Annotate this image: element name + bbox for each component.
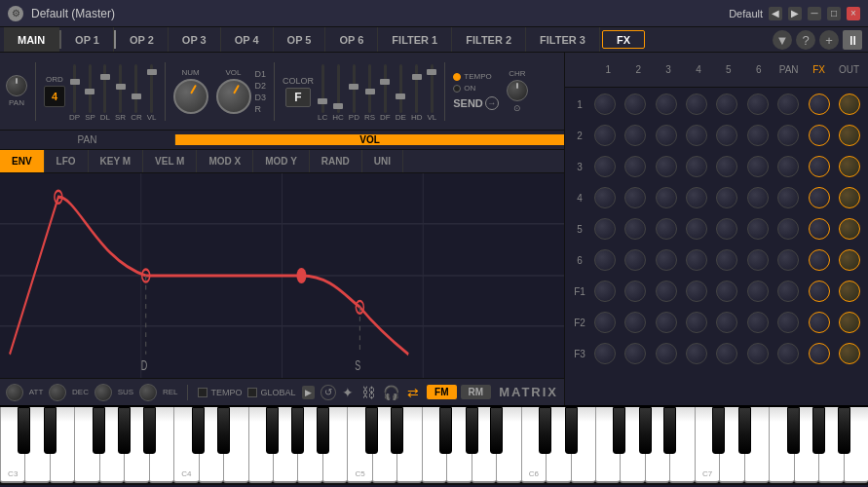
knob-6-4[interactable] [686, 249, 707, 271]
knob-4-3[interactable] [656, 187, 677, 208]
knob-f3-1[interactable] [594, 343, 616, 364]
mod-tab-mody[interactable]: MOD Y [253, 150, 310, 172]
knob-f3-5[interactable] [716, 343, 737, 364]
knob-5-3[interactable] [656, 218, 677, 240]
pause-btn[interactable]: ⏸ [843, 30, 862, 50]
knob-f2-2[interactable] [624, 312, 646, 333]
hd-slider[interactable] [415, 64, 418, 113]
knob-6-5[interactable] [716, 249, 737, 271]
fm-btn[interactable]: FM [427, 385, 456, 399]
key-ds7[interactable] [738, 407, 751, 454]
knob-6-pan[interactable] [777, 249, 799, 271]
knob-3-4[interactable] [686, 156, 707, 177]
mod-tab-env[interactable]: ENV [0, 150, 45, 172]
next-btn[interactable]: ▶ [788, 7, 802, 20]
key-cs4[interactable] [192, 407, 205, 454]
knob-4-out[interactable] [839, 187, 860, 208]
vol-knob[interactable] [216, 79, 251, 114]
mod-tab-uni[interactable]: UNI [362, 150, 403, 172]
sus-knob[interactable] [94, 384, 112, 401]
pd-slider[interactable] [353, 64, 356, 113]
dropdown-icon[interactable]: ▼ [773, 30, 792, 50]
key-gs4[interactable] [291, 407, 304, 454]
knob-6-fx[interactable] [809, 249, 830, 271]
vl2-slider[interactable] [431, 64, 434, 113]
tab-op6[interactable]: OP 6 [325, 27, 378, 52]
key-ds5[interactable] [391, 407, 403, 454]
key-ds4[interactable] [217, 407, 230, 454]
key-cs5[interactable] [365, 407, 378, 454]
knob-3-pan[interactable] [777, 156, 799, 177]
tempo-checkbox[interactable]: TEMPO [198, 388, 242, 397]
knob-f3-4[interactable] [686, 343, 707, 364]
tab-filter2[interactable]: FILTER 2 [452, 27, 526, 52]
knob-5-1[interactable] [594, 218, 616, 240]
knob-3-1[interactable] [594, 156, 616, 177]
knob-5-out[interactable] [839, 218, 860, 240]
key-gs6[interactable] [639, 407, 652, 454]
knob-1-2[interactable] [624, 94, 646, 115]
knob-f2-6[interactable] [747, 312, 769, 333]
knob-f3-pan[interactable] [777, 343, 799, 364]
dp-slider[interactable] [73, 64, 76, 113]
knob-3-fx[interactable] [809, 156, 830, 177]
knob-4-pan[interactable] [777, 187, 799, 208]
settings-icon[interactable]: + [819, 30, 839, 50]
rs-slider[interactable] [368, 64, 371, 113]
tempo-radio[interactable]: TEMPO [453, 72, 499, 81]
knob-3-2[interactable] [624, 156, 646, 177]
swap-icon[interactable]: ⇄ [407, 385, 419, 400]
dec-knob[interactable] [49, 384, 66, 401]
knob-f1-2[interactable] [624, 281, 646, 302]
chr-knob[interactable] [507, 80, 528, 101]
key-as7[interactable] [838, 407, 850, 454]
knob-5-6[interactable] [747, 218, 769, 240]
knob-1-out[interactable] [839, 94, 860, 115]
knob-f3-fx[interactable] [809, 343, 830, 364]
knob-3-5[interactable] [716, 156, 737, 177]
knob-4-6[interactable] [747, 187, 769, 208]
tab-main[interactable]: MAIN [4, 27, 59, 52]
key-ds6[interactable] [565, 407, 578, 454]
knob-1-5[interactable] [716, 94, 737, 115]
tab-filter1[interactable]: FILTER 1 [378, 27, 452, 52]
knob-f1-pan[interactable] [777, 281, 799, 302]
maximize-btn[interactable]: □ [827, 7, 841, 20]
knob-2-6[interactable] [747, 125, 769, 146]
cr-slider[interactable] [134, 64, 137, 113]
dl-slider[interactable] [103, 64, 106, 113]
key-gs5[interactable] [466, 407, 478, 454]
link-icon[interactable]: ⛓ [361, 385, 375, 400]
knob-3-6[interactable] [747, 156, 769, 177]
key-cs6[interactable] [539, 407, 551, 454]
knob-f1-6[interactable] [747, 281, 769, 302]
key-fs4[interactable] [266, 407, 279, 454]
hc-slider[interactable] [337, 64, 340, 113]
mod-tab-lfo[interactable]: LFO [45, 150, 89, 172]
close-btn[interactable]: × [847, 7, 860, 20]
knob-f1-4[interactable] [686, 281, 707, 302]
tab-fx[interactable]: FX [602, 30, 645, 49]
knob-1-6[interactable] [747, 94, 769, 115]
global-checkbox[interactable]: GLOBAL [247, 388, 295, 397]
key-fs6[interactable] [613, 407, 625, 454]
send-arrow-icon[interactable]: → [485, 96, 499, 110]
mod-tab-rand[interactable]: RAND [310, 150, 362, 172]
knob-5-5[interactable] [716, 218, 737, 240]
vl-slider[interactable] [150, 64, 153, 113]
knob-2-3[interactable] [656, 125, 677, 146]
knob-4-1[interactable] [594, 187, 616, 208]
knob-2-5[interactable] [716, 125, 737, 146]
att-knob[interactable] [6, 384, 23, 401]
knob-f2-5[interactable] [716, 312, 737, 333]
key-cs7[interactable] [712, 407, 725, 454]
knob-2-1[interactable] [594, 125, 616, 146]
mod-tab-velm[interactable]: VEL M [143, 150, 197, 172]
knob-6-2[interactable] [624, 249, 646, 271]
knob-5-pan[interactable] [777, 218, 799, 240]
de-slider[interactable] [399, 64, 402, 113]
knob-4-fx[interactable] [809, 187, 830, 208]
knob-f2-4[interactable] [686, 312, 707, 333]
mod-tab-modx[interactable]: MOD X [197, 150, 253, 172]
key-fs7[interactable] [787, 407, 800, 454]
